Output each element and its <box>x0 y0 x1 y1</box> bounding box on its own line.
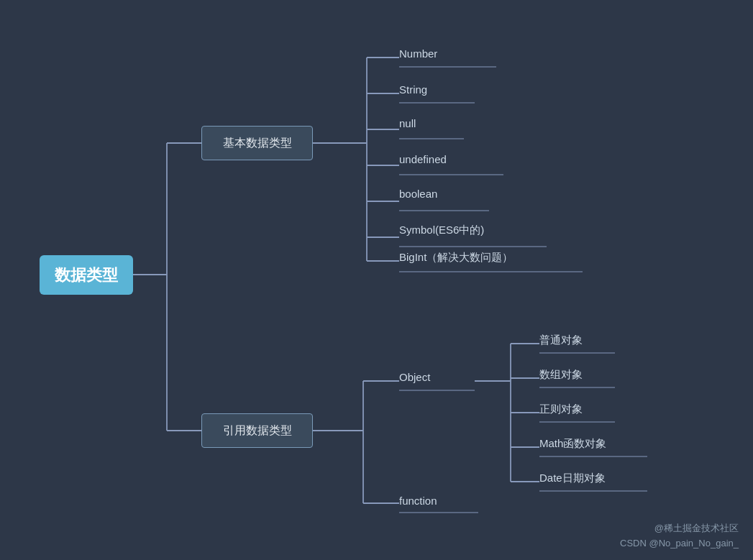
watermark: @稀土掘金技术社区 CSDN @No_pain_No_gain_ <box>620 521 739 551</box>
leaf-plain-object: 普通对象 <box>539 334 583 347</box>
root-label: 数据类型 <box>55 265 118 286</box>
leaf-regex-object: 正则对象 <box>539 403 583 416</box>
function-node: function <box>399 495 437 507</box>
leaf-undefined: undefined <box>399 153 447 165</box>
leaf-date-object: Date日期对象 <box>539 472 606 485</box>
mind-map-diagram: 数据类型 基本数据类型 引用数据类型 Number String null un… <box>0 0 753 560</box>
leaf-array-object: 数组对象 <box>539 368 583 382</box>
leaf-math-object: Math函数对象 <box>539 437 606 451</box>
watermark-line2: CSDN @No_pain_No_gain_ <box>620 536 739 551</box>
leaf-boolean: boolean <box>399 188 437 200</box>
basic-type-node: 基本数据类型 <box>201 126 313 160</box>
leaf-symbol: Symbol(ES6中的) <box>399 224 484 237</box>
watermark-line1: @稀土掘金技术社区 <box>620 521 739 536</box>
ref-type-label: 引用数据类型 <box>223 423 292 439</box>
ref-type-node: 引用数据类型 <box>201 413 313 448</box>
leaf-bigint: BigInt（解决大数问题） <box>399 251 513 265</box>
leaf-string: String <box>399 83 427 96</box>
root-node: 数据类型 <box>40 255 133 295</box>
basic-type-label: 基本数据类型 <box>223 136 292 151</box>
object-node: Object <box>399 371 430 383</box>
leaf-null: null <box>399 117 416 129</box>
leaf-number: Number <box>399 47 437 60</box>
